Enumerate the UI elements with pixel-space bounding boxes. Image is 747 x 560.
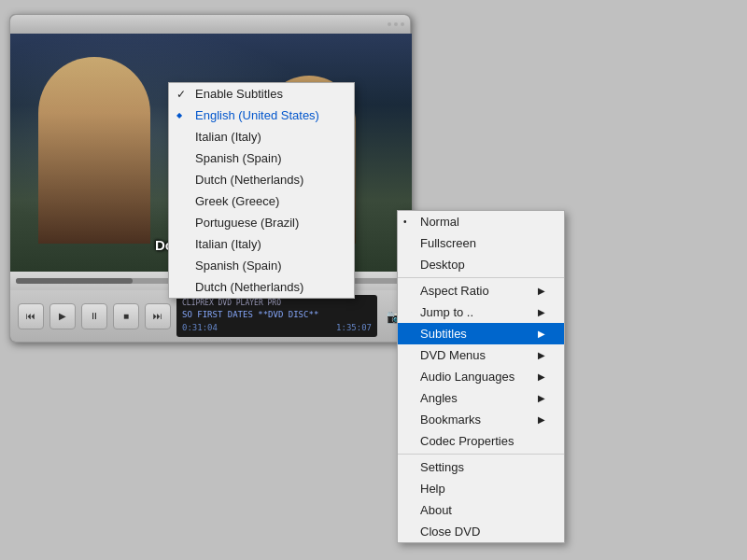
submenu-item-portuguese-brazil[interactable]: Portuguese (Brazil) (169, 212, 354, 233)
display-line2: SO FIRST DATES **DVD DISC** (182, 309, 372, 321)
submenu-label-dutch-netherlands: Dutch (Netherlands) (195, 173, 303, 187)
submenu-label-spanish-spain: Spanish (Spain) (195, 151, 282, 165)
menu-separator (398, 277, 564, 278)
menu-label-desktop: Desktop (420, 258, 465, 272)
menu-label-fullscreen: Fullscreen (420, 236, 476, 250)
stop-button[interactable]: ■ (113, 303, 139, 329)
submenu-item-italian-italy[interactable]: Italian (Italy) (169, 126, 354, 147)
submenu-item-italian-italy-2[interactable]: Italian (Italy) (169, 233, 354, 255)
menu-separator (398, 454, 564, 455)
submenu-label-spanish-spain-2: Spanish (Spain) (195, 259, 282, 273)
menu-label-angles: Angles (420, 391, 458, 405)
pause-button[interactable]: ⏸ (81, 303, 107, 329)
menu-item-about[interactable]: About (398, 499, 564, 521)
menu-label-help: Help (420, 482, 445, 496)
progress-fill (16, 278, 133, 284)
submenu-label-enable-subtitles: Enable Subtitles (195, 87, 283, 101)
menu-item-audio-languages[interactable]: Audio Languages ▶ (398, 366, 564, 387)
time-elapsed: 0:31:04 (182, 322, 218, 334)
menu-item-help[interactable]: Help (398, 478, 564, 499)
menu-label-dvd-menus: DVD Menus (420, 348, 486, 362)
submenu-item-dutch-netherlands[interactable]: Dutch (Netherlands) (169, 169, 354, 190)
submenu-label-english: English (United States) (195, 108, 319, 122)
submenu-label-portuguese-brazil: Portuguese (Brazil) (195, 216, 299, 230)
titlebar-dots (388, 22, 404, 26)
display-panel: CLIPREX DVD PLAYER PRO SO FIRST DATES **… (176, 295, 377, 336)
menu-item-fullscreen[interactable]: Fullscreen (398, 232, 564, 254)
submenu-label-italian-italy-2: Italian (Italy) (195, 237, 261, 251)
menu-item-subtitles[interactable]: Subtitles ▶ (398, 323, 564, 344)
forward-button[interactable]: ⏭ (145, 303, 171, 329)
menu-label-bookmarks: Bookmarks (420, 413, 481, 427)
menu-label-about: About (420, 503, 452, 517)
submenu-arrow-icon: ▶ (538, 329, 545, 339)
submenu-arrow-icon: ▶ (538, 350, 545, 360)
menu-label-aspect-ratio: Aspect Ratio (420, 284, 489, 298)
menu-item-aspect-ratio[interactable]: Aspect Ratio ▶ (398, 280, 564, 301)
submenu-label-greek-greece: Greek (Greece) (195, 194, 279, 208)
menu-item-settings[interactable]: Settings (398, 456, 564, 478)
submenu-item-dutch-netherlands-2[interactable]: Dutch (Netherlands) (169, 276, 354, 298)
menu-item-close-dvd[interactable]: Close DVD (398, 521, 564, 542)
menu-label-jump-to: Jump to .. (420, 305, 473, 319)
menu-label-settings: Settings (420, 460, 464, 474)
submenu-item-enable-subtitles[interactable]: Enable Subtitles (169, 83, 354, 105)
submenu-arrow-icon: ▶ (538, 286, 545, 296)
time-total: 1:35:07 (336, 322, 372, 334)
menu-label-audio-languages: Audio Languages (420, 370, 514, 384)
menu-label-codec-properties: Codec Properties (420, 434, 514, 448)
menu-item-angles[interactable]: Angles ▶ (398, 387, 564, 409)
submenu-arrow-icon: ▶ (538, 371, 545, 382)
submenu-label-dutch-netherlands-2: Dutch (Netherlands) (195, 280, 303, 294)
menu-label-subtitles: Subtitles (420, 327, 467, 341)
titlebar-dot (388, 22, 391, 26)
bullet-icon: • (403, 217, 407, 227)
menu-item-jump-to[interactable]: Jump to .. ▶ (398, 301, 564, 323)
submenu-item-spanish-spain[interactable]: Spanish (Spain) (169, 147, 354, 169)
submenu-label-italian-italy: Italian (Italy) (195, 130, 261, 144)
display-line1: CLIPREX DVD PLAYER PRO (182, 298, 372, 308)
menu-item-desktop[interactable]: Desktop (398, 254, 564, 275)
play-button[interactable]: ▶ (49, 303, 76, 329)
menu-item-codec-properties[interactable]: Codec Properties (398, 430, 564, 452)
menu-item-bookmarks[interactable]: Bookmarks ▶ (398, 409, 564, 430)
submenu-arrow-icon: ▶ (538, 414, 545, 425)
titlebar-dot (401, 22, 404, 26)
submenu-item-spanish-spain-2[interactable]: Spanish (Spain) (169, 255, 354, 276)
submenu-arrow-icon: ▶ (538, 307, 545, 317)
submenu-arrow-icon: ▶ (538, 393, 545, 403)
submenu-item-english[interactable]: English (United States) (169, 105, 354, 126)
titlebar-dot (394, 22, 398, 26)
context-menu: • Normal Fullscreen Desktop Aspect Ratio… (397, 210, 565, 543)
figure-left (38, 57, 150, 244)
menu-item-dvd-menus[interactable]: DVD Menus ▶ (398, 344, 564, 366)
submenu-item-greek-greece[interactable]: Greek (Greece) (169, 190, 354, 212)
menu-label-close-dvd: Close DVD (420, 525, 480, 539)
menu-item-normal[interactable]: • Normal (398, 211, 564, 232)
player-titlebar (10, 15, 410, 34)
subtitles-submenu: Enable Subtitles English (United States)… (168, 82, 355, 299)
rewind-button[interactable]: ⏮ (18, 303, 44, 329)
menu-label-normal: Normal (420, 215, 459, 229)
